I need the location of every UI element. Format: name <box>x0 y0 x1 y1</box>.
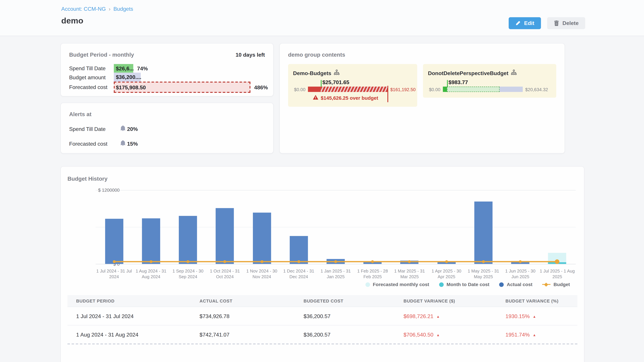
alert-row-label: Forecasted cost <box>69 141 120 147</box>
header-actions: Edit Delete <box>509 17 585 29</box>
group-budget-max-label: $20,634.32 <box>525 87 548 92</box>
content-area: Budget Period - monthly 10 days left Spe… <box>0 36 644 362</box>
chart-bars <box>96 190 576 264</box>
group-budget-item[interactable]: DonotDeletePerspectiveBudget$983.77$0.00… <box>423 64 556 98</box>
spend-marker-line <box>321 80 322 87</box>
breadcrumb-budgets-link[interactable]: Budgets <box>113 6 133 12</box>
x-axis-label-text: 1 Oct 2024 - 31 Oct 2024 <box>207 269 243 280</box>
chart-slot <box>317 190 354 264</box>
legend-item-actual[interactable]: Actual cost <box>499 282 532 287</box>
group-budget-bar <box>443 87 523 92</box>
alert-threshold: 20% <box>127 126 138 132</box>
x-axis-label-text: 1 Jun 2025 - 30 Jun 2025 <box>502 269 538 280</box>
x-axis-label-text: 1 Aug 2024 - 31 Aug 2024 <box>133 269 169 280</box>
chart-bar-wrap <box>511 190 530 264</box>
days-left-label: 10 days left <box>236 52 265 58</box>
group-budget-item[interactable]: Demo-Budgets$25,701.65$0.00$161,192.50$1… <box>288 64 417 107</box>
budget-bar-segment-forecast-green <box>447 87 500 92</box>
x-axis-label-text: 1 Dec 2024 - 31 Dec 2024 <box>281 269 316 280</box>
group-budget-min-label: $0.00 <box>428 87 440 92</box>
delete-button[interactable]: Delete <box>547 17 585 29</box>
table-header-row: BUDGET PERIODACTUAL COSTBUDGETED COSTBUD… <box>68 295 577 307</box>
budget-point-marker <box>150 260 152 263</box>
bell-icon <box>120 125 126 132</box>
legend-label: Actual cost <box>507 282 532 287</box>
legend-dot-icon <box>366 282 370 287</box>
x-axis-label: 1 Mar 2025 - 31 Mar 2025 <box>391 269 428 280</box>
group-budget-graph: $25,701.65$0.00$161,192.50 <box>293 79 412 92</box>
budget-period-bar-value: $36,200.... <box>116 74 142 80</box>
actual-cost-bar <box>142 218 160 264</box>
chart-slot <box>391 190 428 264</box>
legend-label: Month to Date cost <box>446 282 489 287</box>
alert-row-label: Spend Till Date <box>69 126 120 132</box>
over-budget-alert: $145,626.25 over budget <box>313 95 412 101</box>
budget-period-rows: Spend Till Date$26,6...74%Budget amount$… <box>69 64 265 93</box>
budget-period-row: Budget amount$36,200.... <box>69 72 265 82</box>
cell-budgeted-cost: $36,200.57 <box>295 332 395 338</box>
budget-period-bar-wrap: $26,6...74% <box>114 64 250 72</box>
edit-button-label: Edit <box>524 20 534 26</box>
group-items: Demo-Budgets$25,701.65$0.00$161,192.50$1… <box>288 64 556 107</box>
budget-history-card: Budget History $ 1200000 $ 0 1 Jul 2024 … <box>60 166 584 362</box>
cell-budget-period: 1 Aug 2024 - 31 Aug 2024 <box>68 332 191 338</box>
breadcrumb-account-link[interactable]: Account: CCM-NG <box>61 6 106 12</box>
group-budget-min-label: $0.00 <box>293 87 306 92</box>
budget-period-row: Forecasted cost$175,908.50486% <box>69 82 265 93</box>
budget-bar-segment-solid-red <box>308 87 321 92</box>
table-header-cell: BUDGET VARIANCE ($) <box>395 299 497 303</box>
page-header: Account: CCM-NG › Budgets demo Edit Dele… <box>0 0 644 36</box>
variance-up-icon: ▲ <box>436 314 440 318</box>
x-axis-label: 1 May 2025 - 31 May 2025 <box>465 269 502 280</box>
table-row: 1 Aug 2024 - 31 Aug 2024$742,741.07$36,2… <box>68 325 577 345</box>
legend-item-budget[interactable]: Budget <box>542 282 570 287</box>
actual-cost-bar <box>253 213 271 264</box>
x-axis-label-text: 1 Sep 2024 - 30 Sep 2024 <box>170 269 206 280</box>
legend-item-forecast[interactable]: Forecasted monthly cost <box>366 282 429 287</box>
cell-budget-period: 1 Jul 2024 - 31 Jul 2024 <box>68 313 191 319</box>
x-axis-labels: 1 Jul 2024 - 31 Jul 20241 Aug 2024 - 31 … <box>96 269 576 280</box>
group-budget-name: Demo-Budgets <box>293 70 331 76</box>
bell-icon <box>120 140 126 147</box>
legend-label: Forecasted monthly cost <box>373 282 429 287</box>
x-axis-label: 1 Oct 2024 - 31 Oct 2024 <box>206 269 243 280</box>
budget-point-marker <box>408 260 411 263</box>
chart-bar-wrap <box>105 190 123 264</box>
actual-cost-bar <box>105 219 123 264</box>
over-budget-text: $145,626.25 over budget <box>321 95 378 101</box>
chart-bar-wrap <box>548 190 566 264</box>
spend-marker-line <box>447 80 448 87</box>
page-title: demo <box>61 16 585 25</box>
chart-slot <box>96 190 132 264</box>
pencil-icon <box>516 20 521 26</box>
group-budget-max-label: $161,192.50 <box>390 87 416 92</box>
x-axis-label: 1 Aug 2024 - 31 Aug 2024 <box>132 269 170 280</box>
chart-bar-wrap <box>142 190 160 264</box>
budget-point-marker <box>260 260 263 263</box>
alert-row: Forecasted cost15% <box>69 140 265 147</box>
x-axis-label: 1 Jul 2024 - 31 Jul 2024 <box>96 269 132 280</box>
chart-bar-wrap <box>253 190 271 264</box>
variance-up-icon: ▲ <box>436 333 440 337</box>
budget-point-marker <box>224 260 226 263</box>
chart-slot <box>354 190 391 264</box>
budget-period-bar-suffix: 486% <box>254 84 268 90</box>
table-body: 1 Jul 2024 - 31 Jul 2024$734,926.78$36,2… <box>68 307 577 345</box>
chart-slot <box>428 190 465 264</box>
budget-period-bar-wrap: $36,200.... <box>114 72 250 82</box>
group-budget-spend-label: $25,701.65 <box>322 79 349 85</box>
edit-button[interactable]: Edit <box>509 17 541 29</box>
budget-period-card: Budget Period - monthly 10 days left Spe… <box>60 43 274 96</box>
actual-cost-bar <box>290 236 308 264</box>
budget-point-marker <box>482 260 485 263</box>
x-axis-label: 1 Nov 2024 - 30 Nov 2024 <box>243 269 280 280</box>
group-contents-title: demo group contents <box>288 52 556 58</box>
x-axis-label: 1 Jul 2025 - 1 Aug 2025 <box>539 269 576 280</box>
budget-period-row: Spend Till Date$26,6...74% <box>69 64 265 72</box>
group-contents-card: demo group contents Demo-Budgets$25,701.… <box>280 43 565 153</box>
chart-slot <box>502 190 539 264</box>
legend-item-mtd[interactable]: Month to Date cost <box>439 282 489 287</box>
x-axis-label: 1 Sep 2024 - 30 Sep 2024 <box>170 269 206 280</box>
chart-legend: Forecasted monthly costMonth to Date cos… <box>68 282 576 287</box>
warning-icon <box>313 95 318 101</box>
